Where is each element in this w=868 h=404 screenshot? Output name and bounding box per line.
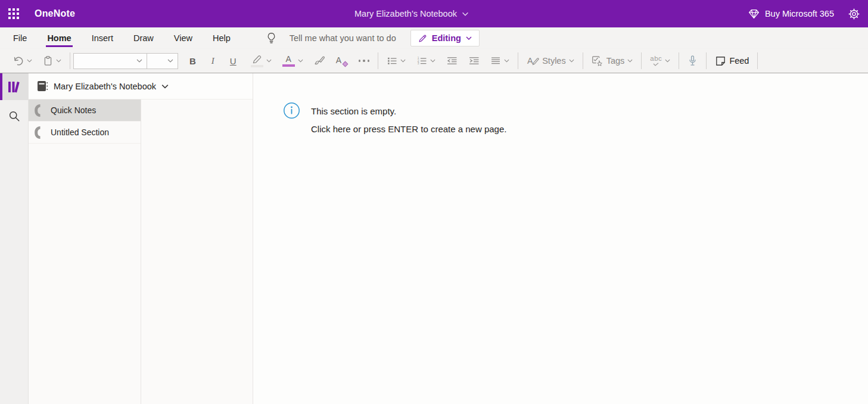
tags-icon xyxy=(592,55,603,67)
clipboard-icon xyxy=(43,55,53,66)
lightbulb-icon xyxy=(266,32,276,45)
clear-formatting-icon: A xyxy=(336,55,348,66)
notebook-title-dropdown[interactable]: Mary Elizabeth's Notebook xyxy=(354,9,468,18)
styles-icon: A xyxy=(527,55,539,67)
app-launcher-button[interactable] xyxy=(0,0,27,27)
section-label: Untitled Section xyxy=(51,128,109,137)
chevron-down-icon xyxy=(400,59,406,63)
menu-view[interactable]: View xyxy=(173,27,194,49)
bullet-list-button[interactable] xyxy=(381,51,411,70)
ribbon-menu-bar: File Home Insert Draw View Help Tell me … xyxy=(0,27,868,49)
chevron-down-icon xyxy=(569,59,574,63)
paste-button[interactable] xyxy=(38,51,67,70)
waffle-icon xyxy=(8,8,19,19)
chevron-down-icon xyxy=(665,59,670,63)
tags-label: Tags xyxy=(606,56,625,66)
notebook-header-title: Mary Elizabeth's Notebook xyxy=(54,82,156,91)
bold-button[interactable]: B xyxy=(184,51,201,70)
undo-button[interactable] xyxy=(7,51,38,70)
dictate-button[interactable] xyxy=(682,51,703,70)
clear-formatting-button[interactable]: A xyxy=(331,51,353,70)
toolbar-separator xyxy=(757,52,758,69)
page-canvas[interactable]: This section is empty. Click here or pre… xyxy=(253,73,868,404)
section-item-quick-notes[interactable]: Quick Notes xyxy=(29,100,141,122)
font-color-button[interactable]: A xyxy=(277,51,309,70)
svg-text:A: A xyxy=(527,56,533,66)
toolbar-separator xyxy=(378,52,378,69)
styles-label: Styles xyxy=(542,56,566,66)
diamond-icon xyxy=(748,9,760,19)
chevron-down-icon xyxy=(466,36,472,40)
indent-button[interactable] xyxy=(463,51,485,70)
chevron-down-icon xyxy=(298,59,303,63)
menu-draw[interactable]: Draw xyxy=(132,27,155,49)
toolbar-separator xyxy=(518,52,518,69)
menu-home[interactable]: Home xyxy=(46,27,72,49)
gear-icon xyxy=(848,8,860,20)
alignment-button[interactable] xyxy=(485,51,515,70)
numbered-list-icon: 123 xyxy=(416,56,427,66)
toolbar-separator xyxy=(641,52,642,69)
chevron-down-icon xyxy=(167,59,173,63)
styles-button[interactable]: A Styles xyxy=(521,51,580,70)
chevron-down-icon xyxy=(56,59,61,63)
empty-section-message: This section is empty. Click here or pre… xyxy=(253,73,868,138)
empty-title: This section is empty. xyxy=(311,102,506,120)
editing-label: Editing xyxy=(432,33,461,43)
notebook-switcher[interactable]: Mary Elizabeth's Notebook xyxy=(29,73,253,100)
more-formatting-button[interactable] xyxy=(353,51,375,70)
toolbar-separator xyxy=(679,52,679,69)
highlight-color-button[interactable] xyxy=(245,51,277,70)
chevron-down-icon xyxy=(627,59,633,63)
highlighter-icon xyxy=(251,55,263,67)
outdent-icon xyxy=(446,56,458,66)
format-painter-button[interactable] xyxy=(309,51,331,70)
feed-label: Feed xyxy=(729,56,749,66)
chevron-down-icon xyxy=(266,59,272,63)
numbered-list-button[interactable]: 123 xyxy=(411,51,441,70)
section-tab-icon xyxy=(34,104,41,117)
font-name-combobox[interactable] xyxy=(73,53,147,69)
bullet-list-icon xyxy=(387,56,397,66)
menu-help[interactable]: Help xyxy=(211,27,232,49)
chevron-down-icon xyxy=(136,59,142,63)
buy-microsoft-365-link[interactable]: Buy Microsoft 365 xyxy=(748,9,834,19)
feed-button[interactable]: Feed xyxy=(710,51,754,70)
create-page-hint[interactable]: Click here or press ENTER to create a ne… xyxy=(311,120,506,138)
chevron-down-icon xyxy=(462,12,468,16)
notebooks-rail-button[interactable] xyxy=(0,73,28,100)
pages-list[interactable] xyxy=(141,100,253,404)
toolbar-separator xyxy=(706,52,707,69)
spellcheck-icon: abc xyxy=(650,55,662,66)
toolbar-separator xyxy=(70,52,70,69)
underline-button[interactable]: U xyxy=(225,51,242,70)
info-icon xyxy=(283,102,300,119)
format-painter-icon xyxy=(314,55,325,66)
tags-button[interactable]: Tags xyxy=(586,51,639,70)
settings-button[interactable] xyxy=(848,8,860,20)
font-size-combobox[interactable] xyxy=(147,53,178,69)
font-color-icon: A xyxy=(282,55,295,67)
chevron-down-icon xyxy=(161,84,169,89)
formatting-toolbar: B I U A xyxy=(0,49,868,73)
svg-text:3: 3 xyxy=(418,62,419,65)
search-button[interactable] xyxy=(0,104,28,129)
section-item-untitled-section[interactable]: Untitled Section xyxy=(29,122,141,144)
notebook-icon xyxy=(37,80,48,92)
notebooks-icon xyxy=(7,80,22,94)
outdent-button[interactable] xyxy=(441,51,463,70)
notebook-navigation: Mary Elizabeth's Notebook Quick Notes Un… xyxy=(29,73,253,404)
indent-icon xyxy=(468,56,480,66)
search-icon xyxy=(8,110,20,122)
spelling-button[interactable]: abc xyxy=(645,51,676,70)
chevron-down-icon xyxy=(27,59,32,63)
menu-insert[interactable]: Insert xyxy=(91,27,114,49)
pencil-icon xyxy=(418,34,427,43)
italic-button[interactable]: I xyxy=(206,51,220,70)
menu-file[interactable]: File xyxy=(12,27,28,49)
tell-me-search[interactable]: Tell me what you want to do xyxy=(266,32,396,45)
editing-mode-button[interactable]: Editing xyxy=(410,30,480,46)
navigation-rail xyxy=(0,73,29,404)
section-label: Quick Notes xyxy=(51,105,96,115)
sections-list: Quick Notes Untitled Section xyxy=(29,100,141,404)
